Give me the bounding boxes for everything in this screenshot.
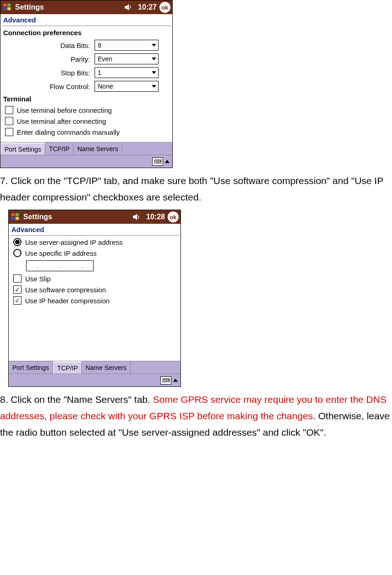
chevron-down-icon	[152, 71, 156, 74]
data-bits-label: Data Bits:	[3, 42, 95, 49]
divider	[2, 26, 171, 26]
windows-logo-icon	[2, 2, 12, 12]
svg-marker-9	[133, 214, 137, 220]
sw-compression-label: Use software compression	[25, 286, 106, 294]
step8-part1: 8. Click on the "Name Servers" tab.	[0, 394, 153, 405]
ok-button[interactable]: ok	[168, 211, 179, 222]
speaker-icon[interactable]	[132, 213, 141, 221]
connection-preferences-heading: Connection preferences	[0, 27, 172, 38]
tab-name-servers[interactable]: Name Servers	[82, 361, 130, 374]
pda-screenshot-1: Settings 10:27 ok Advanced Connection pr…	[0, 0, 173, 168]
flow-control-value: None	[98, 83, 113, 90]
terminal-before-row: Use terminal before connecting	[0, 105, 172, 116]
data-bits-row: Data Bits: 8	[0, 38, 172, 52]
stop-bits-label: Stop Bits:	[3, 69, 95, 77]
ok-button[interactable]: ok	[159, 2, 170, 13]
windows-logo-icon	[11, 212, 21, 222]
tab-tcpip[interactable]: TCP/IP	[45, 142, 74, 155]
up-arrow-icon[interactable]	[165, 160, 170, 163]
chevron-down-icon	[152, 85, 156, 88]
up-arrow-icon[interactable]	[173, 379, 178, 382]
stop-bits-value: 1	[98, 69, 101, 76]
svg-rect-7	[11, 217, 15, 220]
terminal-after-row: Use terminal after connecting	[0, 116, 172, 127]
titlebar: Settings 10:27 ok	[0, 0, 172, 14]
use-slip-row: Use Slip	[9, 273, 180, 284]
svg-rect-1	[7, 4, 11, 6]
svg-rect-2	[3, 7, 6, 10]
terminal-after-checkbox[interactable]	[5, 117, 13, 125]
data-bits-value: 8	[98, 42, 101, 49]
ip-address-input[interactable]: ...	[26, 260, 94, 271]
svg-rect-0	[3, 4, 6, 6]
parity-row: Parity: Even	[0, 52, 172, 66]
ip-header-label: Use IP header compression	[25, 297, 110, 305]
speaker-icon[interactable]	[124, 4, 132, 11]
terminal-heading: Terminal	[0, 93, 172, 105]
server-ip-radio[interactable]	[13, 238, 21, 246]
flow-control-label: Flow Control:	[3, 83, 95, 90]
terminal-before-label: Use terminal before connecting	[17, 106, 112, 114]
svg-marker-4	[125, 4, 129, 11]
flow-control-row: Flow Control: None	[0, 79, 172, 93]
server-ip-label: Use server-assigned IP address	[25, 238, 122, 246]
specific-ip-row: Use specific IP address	[9, 248, 180, 258]
stop-bits-dropdown[interactable]: 1	[95, 67, 159, 78]
keyboard-icon[interactable]	[160, 376, 171, 385]
svg-rect-8	[16, 217, 19, 220]
stop-bits-row: Stop Bits: 1	[0, 66, 172, 79]
data-bits-dropdown[interactable]: 8	[95, 40, 159, 51]
sw-compression-checkbox[interactable]: ✓	[13, 285, 21, 294]
instruction-step-8: 8. Click on the "Name Servers" tab. Some…	[0, 391, 392, 440]
tab-tcpip[interactable]: TCP/IP	[53, 361, 82, 374]
svg-rect-3	[7, 7, 11, 10]
tab-port-settings[interactable]: Port Settings	[0, 142, 45, 155]
advanced-label: Advanced	[0, 14, 172, 26]
tab-bar: Port Settings TCP/IP Name Servers	[9, 361, 180, 374]
sw-compression-row: ✓ Use software compression	[9, 284, 180, 295]
divider	[10, 235, 179, 236]
specific-ip-radio[interactable]	[13, 249, 21, 257]
use-slip-label: Use Slip	[25, 275, 51, 283]
app-title: Settings	[15, 3, 44, 11]
tab-bar: Port Settings TCP/IP Name Servers	[0, 142, 172, 155]
app-title: Settings	[23, 213, 52, 221]
keyboard-icon[interactable]	[152, 158, 163, 166]
parity-dropdown[interactable]: Even	[95, 53, 159, 64]
parity-label: Parity:	[3, 55, 95, 63]
flow-control-dropdown[interactable]: None	[95, 81, 159, 92]
chevron-down-icon	[152, 58, 156, 60]
svg-rect-5	[11, 213, 15, 216]
dialing-manual-row: Enter dialing commands manually	[0, 127, 172, 137]
input-panel-bar	[9, 374, 180, 386]
clock-time: 10:28	[146, 213, 165, 221]
ip-header-checkbox[interactable]: ✓	[13, 296, 21, 305]
use-slip-checkbox[interactable]	[13, 274, 21, 283]
chevron-down-icon	[152, 44, 156, 47]
clock-time: 10:27	[138, 3, 157, 11]
terminal-before-checkbox[interactable]	[5, 106, 13, 114]
svg-rect-6	[16, 213, 19, 216]
server-ip-row: Use server-assigned IP address	[9, 237, 180, 248]
input-panel-bar	[0, 155, 172, 168]
ip-header-row: ✓ Use IP header compression	[9, 295, 180, 306]
titlebar: Settings 10:28 ok	[9, 210, 180, 224]
terminal-after-label: Use terminal after connecting	[17, 117, 106, 125]
specific-ip-label: Use specific IP address	[25, 249, 96, 257]
tab-name-servers[interactable]: Name Servers	[74, 142, 122, 155]
parity-value: Even	[98, 55, 112, 63]
dialing-manual-label: Enter dialing commands manually	[17, 128, 120, 136]
dialing-manual-checkbox[interactable]	[5, 128, 13, 136]
pda-screenshot-2: Settings 10:28 ok Advanced Use server-as…	[8, 210, 181, 387]
instruction-step-7: 7. Click on the "TCP/IP" tab, and make s…	[0, 173, 392, 205]
advanced-label: Advanced	[9, 224, 180, 235]
tab-port-settings[interactable]: Port Settings	[9, 361, 53, 374]
